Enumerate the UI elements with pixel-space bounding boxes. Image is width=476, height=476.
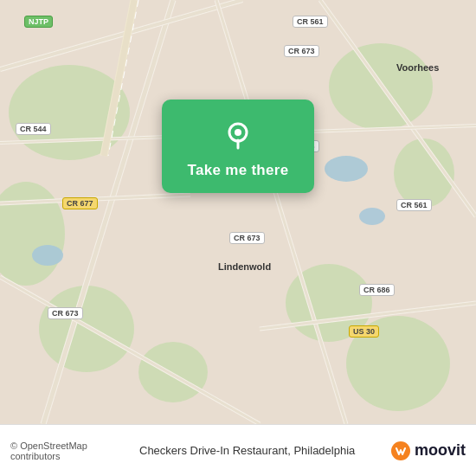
- map-label-voorhees: Voorhees: [396, 62, 439, 73]
- place-name: Checkers Drive-In Restaurant, Philadelph…: [139, 444, 383, 457]
- road-label-cr673-1: CR 673: [284, 45, 319, 57]
- navigation-card[interactable]: Take me there: [162, 100, 314, 193]
- moovit-text: moovit: [415, 441, 466, 460]
- map-label-lindenwold: Lindenwold: [218, 261, 271, 272]
- road-label-us30: US 30: [349, 325, 379, 338]
- svg-point-12: [359, 208, 385, 225]
- bottom-bar: © OpenStreetMap contributors Checkers Dr…: [0, 424, 476, 476]
- map-container: NJTP CR 544 CR 677 CR 561 CR 673 CR 673 …: [0, 0, 476, 424]
- svg-point-4: [138, 342, 208, 402]
- road-label-njtp: NJTP: [24, 16, 53, 28]
- location-pin-icon: [219, 115, 257, 153]
- svg-point-3: [39, 286, 134, 372]
- road-label-cr673-4: CR 673: [229, 232, 265, 244]
- road-label-cr673-3: CR 673: [48, 307, 83, 319]
- moovit-logo: moovit: [390, 441, 466, 461]
- road-label-cr677: CR 677: [62, 197, 98, 209]
- moovit-icon: [390, 441, 411, 461]
- svg-point-10: [32, 245, 63, 266]
- road-label-cr544: CR 544: [16, 123, 51, 135]
- road-label-cr561-mid: CR 561: [396, 199, 432, 211]
- road-label-cr686: CR 686: [359, 284, 395, 296]
- road-label-cr561-top: CR 561: [293, 16, 328, 28]
- copyright-text: © OpenStreetMap contributors: [10, 441, 132, 461]
- svg-point-11: [325, 156, 368, 182]
- take-me-there-button[interactable]: Take me there: [188, 162, 289, 179]
- svg-point-33: [235, 129, 241, 136]
